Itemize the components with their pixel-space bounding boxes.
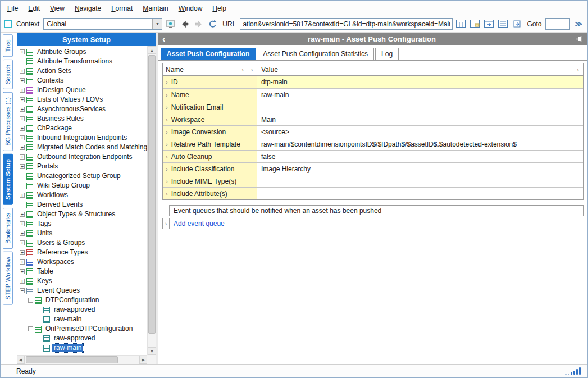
tree-expander[interactable]: − xyxy=(28,298,33,303)
tree-expander[interactable]: + xyxy=(20,231,25,236)
tree-item[interactable]: + Action Sets xyxy=(17,66,147,76)
tree-expander[interactable]: + xyxy=(20,240,25,245)
row-name-cell[interactable]: › Include Attribute(s) xyxy=(163,188,247,199)
row-name-cell[interactable]: › ID xyxy=(163,76,247,88)
tree-item[interactable]: + Business Rules xyxy=(17,114,147,124)
tree-horizontal-scrollbar[interactable]: ◀ ▶ xyxy=(17,355,147,364)
tree-item[interactable]: + Users & Groups xyxy=(17,238,147,248)
tree-expander[interactable]: − xyxy=(20,288,25,293)
tree-item[interactable]: − OnPremiseDTPConfiguration xyxy=(17,324,147,334)
tree-item[interactable]: + Keys xyxy=(17,276,147,286)
content-tab[interactable]: Asset Push Configuration xyxy=(161,48,256,60)
tree-item[interactable]: + Object Types & Structures xyxy=(17,210,147,219)
row-value-cell[interactable]: raw-main/$contentdimensionpointsID$/$IDp… xyxy=(257,138,583,150)
tree-expander[interactable]: + xyxy=(20,88,25,93)
row-name-cell[interactable]: › Include MIME Type(s) xyxy=(163,175,247,187)
table-row[interactable]: › Auto Cleanup false xyxy=(163,150,583,162)
tree-item[interactable]: + Workspaces xyxy=(17,257,147,267)
menu-item[interactable]: Window xyxy=(174,2,208,15)
chevron-down-icon[interactable]: ▼ xyxy=(152,19,162,29)
tree-item[interactable]: raw-approved xyxy=(17,334,147,343)
table-row[interactable]: › Name raw-main xyxy=(163,88,583,101)
menu-item[interactable]: Maintain xyxy=(138,2,173,15)
add-event-queue-link[interactable]: Add event queue xyxy=(174,220,225,227)
context-dropdown[interactable]: Global ▼ xyxy=(43,18,162,30)
tree-expander[interactable]: + xyxy=(20,78,25,83)
tree-expander[interactable]: + xyxy=(20,154,25,160)
forward-icon[interactable] xyxy=(193,19,204,30)
tree-item[interactable]: + Table xyxy=(17,267,147,276)
tree-item[interactable]: + Inbound Integration Endpoints xyxy=(17,133,147,143)
row-name-cell[interactable]: › Notification Email xyxy=(163,101,247,113)
tree-expander[interactable]: + xyxy=(20,135,25,140)
tree-expander[interactable]: + xyxy=(20,259,25,265)
row-value-cell[interactable]: raw-main xyxy=(257,89,583,101)
tree-item[interactable]: Derived Events xyxy=(17,200,147,210)
tree-expander[interactable]: + xyxy=(20,250,25,255)
row-name-cell[interactable]: › Auto Cleanup xyxy=(163,151,247,162)
tree-expander[interactable]: + xyxy=(20,107,25,112)
tree-item[interactable]: + InDesign Queue xyxy=(17,85,147,95)
side-tab[interactable]: BG Processes (1) xyxy=(3,92,13,151)
side-tab[interactable]: Tree xyxy=(3,34,13,57)
menu-item[interactable]: Navigate xyxy=(70,2,106,15)
tree-item[interactable]: + Portals xyxy=(17,162,147,171)
tree-expander[interactable]: + xyxy=(20,221,25,226)
back-icon[interactable] xyxy=(179,19,190,30)
content-tab[interactable]: Log xyxy=(375,48,399,60)
tree-expander[interactable]: + xyxy=(20,212,25,217)
row-value-cell[interactable]: dtp-main xyxy=(257,76,583,88)
tree-item[interactable]: + Units xyxy=(17,229,147,238)
tree-expander[interactable]: + xyxy=(20,116,25,121)
tree-expander[interactable]: + xyxy=(20,269,25,274)
row-value-cell[interactable]: <source> xyxy=(257,126,583,138)
row-value-cell[interactable] xyxy=(257,188,583,199)
goto-input[interactable] xyxy=(545,18,570,30)
tree-expander[interactable]: + xyxy=(20,193,25,198)
spreadsheet-icon[interactable] xyxy=(455,19,467,30)
tree-item[interactable]: raw-main xyxy=(17,315,147,324)
tree-item[interactable]: + Migrated Match Codes and Matching A xyxy=(17,143,147,152)
menu-item[interactable]: Edit xyxy=(23,2,45,15)
scroll-up-icon[interactable]: ▲ xyxy=(148,46,156,54)
chevron-right-icon[interactable]: › xyxy=(162,218,170,229)
side-tab[interactable]: STEP Workflow xyxy=(3,252,13,305)
add-event-queue-row[interactable]: › Add event queue xyxy=(162,217,584,230)
tree-item[interactable]: Uncategorized Setup Group xyxy=(17,171,147,181)
tree-expander[interactable]: + xyxy=(20,164,25,169)
panel-back-icon[interactable]: ‹ xyxy=(162,35,172,44)
row-value-cell[interactable]: Image Hierarchy xyxy=(257,163,583,175)
refresh-icon[interactable] xyxy=(207,19,218,30)
side-tab[interactable]: System Setup xyxy=(3,154,13,205)
table-row[interactable]: › Relative Path Template raw-main/$conte… xyxy=(163,138,583,150)
table-row[interactable]: › Image Conversion <source> xyxy=(163,125,583,138)
row-name-cell[interactable]: › Relative Path Template xyxy=(163,138,247,150)
tree-item[interactable]: Attribute Transformations xyxy=(17,57,147,66)
row-value-cell[interactable]: false xyxy=(257,151,583,162)
tree-expander[interactable]: + xyxy=(20,69,25,74)
tree-expander[interactable]: + xyxy=(20,126,25,131)
table-row[interactable]: › Include Classification Image Hierarchy xyxy=(163,162,583,175)
row-value-cell[interactable] xyxy=(257,101,583,113)
menu-item[interactable]: View xyxy=(45,2,70,15)
url-input[interactable] xyxy=(240,18,453,30)
menu-item[interactable]: Format xyxy=(106,2,138,15)
tree-item[interactable]: + Tags xyxy=(17,219,147,229)
tree-item[interactable]: − Event Queues xyxy=(17,286,147,295)
tree-item[interactable]: + Attribute Groups xyxy=(17,47,147,57)
tree-item[interactable]: raw-main xyxy=(17,343,147,353)
list-view-icon[interactable] xyxy=(498,19,509,30)
forward-history-icon[interactable]: ≫ xyxy=(573,20,584,28)
tree-item[interactable]: + Contexts xyxy=(17,76,147,85)
tree-item[interactable]: − DTPConfiguration xyxy=(17,295,147,305)
tree-item[interactable]: Wiki Setup Group xyxy=(17,181,147,190)
row-name-cell[interactable]: › Name xyxy=(163,89,247,101)
name-column-header[interactable]: Name › xyxy=(163,63,247,75)
row-value-cell[interactable]: Main xyxy=(257,113,583,125)
mid-column-header[interactable]: › xyxy=(247,63,257,75)
side-tab[interactable]: Search xyxy=(3,60,13,89)
row-name-cell[interactable]: › Workspace xyxy=(163,113,247,125)
tree-vertical-scrollbar[interactable]: ▲ ▼ xyxy=(147,46,156,355)
monitor-icon[interactable] xyxy=(165,19,176,30)
row-name-cell[interactable]: › Include Classification xyxy=(163,163,247,175)
